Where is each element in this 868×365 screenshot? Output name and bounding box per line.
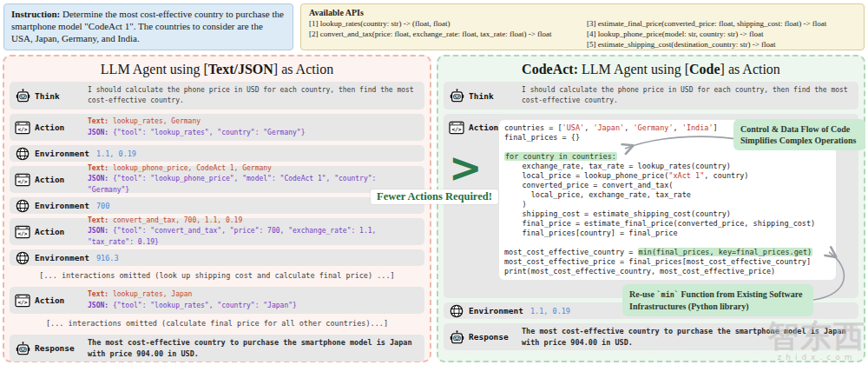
response-text: The most cost-effective country to purch… <box>522 326 852 348</box>
env-row-head: Environment <box>15 146 89 161</box>
think-text: I should calculate the phone price in US… <box>88 85 418 107</box>
think-row-head: Think <box>449 89 522 103</box>
omitted-interactions-1: [... interactions omitted (look up shipp… <box>10 270 424 282</box>
text-label: Text: <box>88 117 108 125</box>
left-title-pre: LLM Agent using [ <box>101 62 208 76</box>
action-2-content: Text: lookup_phone_price, CodeAct 1, Ger… <box>88 163 418 196</box>
api-line-5: [5] estimate_shipping_cost(destination_c… <box>587 39 856 50</box>
action-3-content: Text: convert_and_tax, 700, 1.1, 0.19 JS… <box>88 216 418 249</box>
action-label: Action <box>35 295 64 305</box>
instruction-label: Instruction: <box>11 9 60 19</box>
codeact-agent-panel: CodeAct: LLM Agent using [Code] as Actio… <box>437 55 865 362</box>
response-label: Response <box>35 343 75 353</box>
annotation-reuse-min: Re-use `min` Function from Existing Soft… <box>622 284 813 316</box>
env-row-head: Environment <box>449 303 523 318</box>
environment-row-2: Environment 700 <box>10 197 424 214</box>
json-value: {"tool": "lookup_phone_price", "model": … <box>88 175 376 194</box>
response-row: Response The most cost-effective country… <box>444 323 858 350</box>
figure-canvas: Instruction: Determine the most cost-eff… <box>0 0 868 365</box>
action-row-head: </> Action <box>15 224 88 239</box>
environment-value: 700 <box>96 202 109 210</box>
action-1-content: Text: lookup_rates, Germany JSON: {"tool… <box>88 116 305 138</box>
api-line-1: [1] lookup_rates(country: str) -> (float… <box>309 18 587 29</box>
right-title-post: ] as Action <box>720 62 780 76</box>
think-text: I should calculate the phone price in US… <box>522 85 852 107</box>
env-row-head: Environment <box>15 198 89 213</box>
action-label: Action <box>35 175 64 184</box>
api-line-4: [4] lookup_phone_price(model: str, count… <box>587 29 856 39</box>
action-row-2: </> Action Text: lookup_phone_price, Cod… <box>10 166 424 193</box>
json-value: {"tool": "convert_and_tax", "price": 700… <box>88 227 376 246</box>
env-row-head: Environment <box>15 250 89 265</box>
svg-text:</>: </> <box>17 230 27 236</box>
response-row: Response The most cost-effective country… <box>10 335 424 362</box>
text-json-agent-panel: LLM Agent using [Text/JSON] as Action Th… <box>3 55 431 362</box>
text-value: lookup_phone_price, CodeAct 1, Germany <box>108 164 272 172</box>
response-text: The most cost-effective country to purch… <box>88 337 418 359</box>
json-label: JSON: <box>88 175 108 182</box>
api-line-3: [3] estimate_final_price(converted_price… <box>587 18 856 29</box>
svg-text:</>: </> <box>17 126 27 132</box>
environment-value: 1.1, 0.19 <box>96 149 136 158</box>
text-label: Text: <box>88 290 108 298</box>
action-label: Action <box>469 123 498 132</box>
environment-label: Environment <box>469 306 523 315</box>
environment-row-3: Environment 916.3 <box>10 249 424 266</box>
json-value: {"tool": "lookup_rates", "country": "Jap… <box>108 302 297 309</box>
json-label: JSON: <box>88 129 108 136</box>
action-4-content: Text: lookup_rates, Japan JSON: {"tool":… <box>88 289 297 311</box>
svg-text:</>: </> <box>17 299 27 305</box>
globe-icon <box>15 146 30 161</box>
right-panel-title: CodeAct: LLM Agent using [Code] as Actio… <box>444 60 858 79</box>
environment-label: Environment <box>35 149 89 158</box>
code-window-icon: </> <box>15 224 30 239</box>
json-label: JSON: <box>88 302 108 309</box>
action-row-1: </> Action Text: lookup_rates, Germany J… <box>10 114 424 141</box>
response-label: Response <box>469 332 509 342</box>
api-column-1: Available APIs [1] lookup_rates(country:… <box>309 8 587 46</box>
action-row-head: </> Action <box>15 120 88 135</box>
action-row-4: </> Action Text: lookup_rates, Japan JSO… <box>10 287 424 314</box>
instruction-box: Instruction: Determine the most cost-eff… <box>3 3 293 50</box>
robot-icon <box>15 341 30 355</box>
think-row: Think I should calculate the phone price… <box>444 82 858 110</box>
left-title-post: ] as Action <box>273 62 333 76</box>
globe-icon <box>449 303 464 318</box>
environment-value: 916.3 <box>96 254 119 262</box>
api-line-2: [2] convert_and_tax(price: float, exchan… <box>309 29 587 39</box>
action-label: Action <box>35 123 64 132</box>
right-title-bold2: Code <box>689 62 720 76</box>
text-label: Text: <box>88 216 108 224</box>
environment-label: Environment <box>35 201 89 210</box>
response-row-head: Response <box>15 341 88 355</box>
code-window-icon: </> <box>15 293 30 308</box>
annotation2-pre: Re-use <box>629 289 656 299</box>
left-panel-title: LLM Agent using [Text/JSON] as Action <box>10 60 424 79</box>
api-title: Available APIs <box>309 8 587 18</box>
think-row-head: Think <box>15 89 88 103</box>
globe-icon <box>15 198 30 213</box>
json-value: {"tool": "lookup_rates", "country": "Ger… <box>108 129 305 136</box>
text-value: lookup_rates, Germany <box>108 117 201 125</box>
text-value: convert_and_tax, 700, 1.1, 0.19 <box>108 216 242 224</box>
svg-text:</>: </> <box>451 126 461 132</box>
action-row-3: </> Action Text: convert_and_tax, 700, 1… <box>10 218 424 245</box>
globe-icon <box>15 250 30 265</box>
greater-than-symbol: > <box>449 144 483 191</box>
left-title-bold: Text/JSON <box>208 62 273 76</box>
annotation2-code: `min` <box>656 290 679 299</box>
response-row-head: Response <box>449 329 522 344</box>
environment-value: 1.1, 0.19 <box>530 307 570 315</box>
action-label: Action <box>35 227 64 236</box>
think-row: Think I should calculate the phone price… <box>10 82 424 110</box>
robot-icon <box>15 89 30 103</box>
fewer-actions-callout: Fewer Actions Required! <box>371 189 498 204</box>
available-apis-box: Available APIs [1] lookup_rates(country:… <box>300 3 865 50</box>
robot-icon <box>449 329 464 344</box>
api-column-2: [3] estimate_final_price(converted_price… <box>587 8 856 46</box>
text-value: lookup_rates, Japan <box>108 290 192 298</box>
think-label: Think <box>35 91 60 101</box>
environment-label: Environment <box>35 253 89 262</box>
think-label: Think <box>469 91 494 101</box>
code-window-icon: </> <box>15 120 30 135</box>
